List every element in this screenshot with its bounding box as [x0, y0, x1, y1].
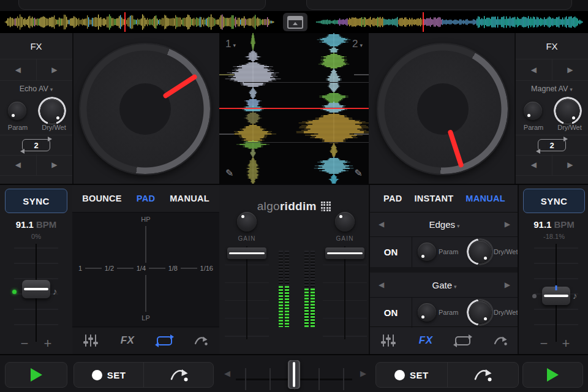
bounce-tool-button[interactable] [488, 331, 513, 350]
deck1-mode-tabs: BOUNCE PAD MANUAL [72, 185, 219, 213]
mixer-tool-button[interactable] [376, 331, 401, 350]
deck1-fx-next-button[interactable]: ▶ [37, 59, 73, 80]
beat-tick-label: 1/8 [168, 265, 178, 272]
deck1-censor-button[interactable] [143, 363, 213, 387]
deck2-loop-double-button[interactable]: ▶ [552, 154, 588, 175]
deck1-pitch-fader[interactable]: ♪ [0, 244, 72, 342]
loop-tool-button[interactable] [152, 331, 176, 350]
deck1-play-button[interactable] [5, 362, 67, 388]
deck1-pitch-handle[interactable] [22, 280, 50, 298]
channel2-volume-fader[interactable] [323, 246, 367, 339]
deck1-edit-grid-icon[interactable]: ✎ [225, 167, 233, 179]
slot1-drywet-knob[interactable] [469, 241, 491, 263]
slot1-next-button[interactable]: ▶ [505, 220, 510, 228]
deck2-title-tab [306, 0, 572, 10]
library-eject-icon [287, 16, 303, 29]
deck2-fx-param-knob[interactable] [524, 102, 542, 120]
deck1-cue-group: SET [74, 362, 214, 388]
deck1-fx-prev-button[interactable]: ◀ [0, 59, 37, 80]
slot2-effect-select[interactable]: Gate▾ [370, 280, 519, 290]
slot2-drywet-knob[interactable] [469, 301, 491, 323]
fx-tool-button[interactable]: FX [413, 331, 438, 350]
deck2-loop-button[interactable]: 2 [516, 135, 588, 156]
channel2-fader-handle[interactable] [325, 247, 364, 259]
deck2-pitch-percent: -18.1% [519, 233, 588, 240]
deck2-number-menu[interactable]: 2▾ [352, 38, 363, 50]
deck1-fx-drywet-knob[interactable] [40, 99, 64, 123]
mixer-tool-button[interactable] [78, 331, 103, 350]
tab-manual[interactable]: MANUAL [170, 194, 209, 203]
loop-tool-icon [157, 336, 172, 345]
loop-tool-button[interactable] [451, 331, 475, 350]
deck2-fx-title: FX [516, 34, 588, 59]
key-lock-note-icon[interactable]: ♪ [573, 290, 578, 301]
tab-pad-right[interactable]: PAD [383, 194, 402, 203]
bounce-tool-button[interactable] [189, 331, 213, 350]
fx-tool-button[interactable]: FX [115, 331, 140, 350]
loop-icon: 2 [538, 139, 566, 151]
beat-waveform-display[interactable]: 1▾ 2▾ ✎ ✎ [219, 33, 369, 184]
deck1-number-menu[interactable]: 1▾ [225, 38, 236, 50]
slot2-param-label: Param [439, 309, 458, 316]
channel1-gain-knob[interactable] [237, 212, 257, 232]
deck2-censor-button[interactable] [447, 363, 519, 387]
deck2-pitch-handle[interactable] [542, 287, 570, 305]
channel2-gain-knob[interactable] [335, 212, 355, 232]
deck1-fx-select[interactable]: Echo AV▾ [0, 85, 72, 93]
deck1-pitch-plus-button[interactable]: + [40, 336, 56, 352]
deck1-pitch-minus-button[interactable]: − [17, 336, 32, 352]
deck2-play-button[interactable] [522, 362, 583, 388]
slot1-effect-select[interactable]: Edges▾ [370, 219, 519, 230]
deck-area: FX ◀ ▶ Echo AV▾ Param Dry/Wet 2 ◀ ▶ [0, 33, 588, 184]
deck2-wheel-hub [417, 83, 469, 135]
deck2-edit-grid-icon[interactable]: ✎ [355, 167, 363, 179]
deck2-fx-select[interactable]: Magnet AV▾ [516, 85, 588, 93]
deck2-mode-tabs: PAD INSTANT MANUAL [370, 185, 519, 213]
deck1-set-cue-button[interactable]: SET [74, 363, 143, 387]
tab-manual-right[interactable]: MANUAL [466, 194, 505, 203]
deck1-fx-param-knob[interactable] [8, 102, 26, 120]
deck1-sync-button[interactable]: SYNC [5, 189, 67, 213]
deck2-fx-drywet-label: Dry/Wet [551, 124, 588, 131]
deck2-pitch-plus-button[interactable]: + [558, 336, 574, 352]
slot2-prev-button[interactable]: ◀ [379, 281, 384, 289]
slot1-param-knob[interactable] [418, 243, 436, 261]
deck1-overview-playhead [124, 12, 126, 32]
slot2-param-knob[interactable] [418, 303, 436, 322]
deck2-overview-waveform[interactable] [316, 13, 583, 31]
bounce-xy-pad[interactable]: HP 11/21/41/81/16 LP [72, 213, 219, 328]
deck1-overview-waveform[interactable] [5, 13, 274, 31]
beatgrid-line [244, 82, 369, 83]
slot1-on-button[interactable]: ON [370, 236, 412, 267]
deck2-fx-next-button[interactable]: ▶ [552, 59, 588, 80]
deck2-sync-button[interactable]: SYNC [523, 189, 585, 213]
deck1-loop-button[interactable]: 2 [0, 135, 72, 156]
deck2-jog-wheel[interactable] [377, 43, 509, 175]
slot2-next-button[interactable]: ▶ [505, 281, 510, 289]
deck2-fx-prev-button[interactable]: ◀ [516, 59, 552, 80]
deck2-set-cue-button[interactable]: SET [376, 363, 447, 387]
deck2-fx-drywet-knob[interactable] [556, 99, 579, 123]
deck1-loop-double-button[interactable]: ▶ [37, 154, 73, 175]
slot2-on-button[interactable]: ON [370, 297, 412, 328]
deck2-loop-halve-button[interactable]: ◀ [516, 154, 552, 175]
tab-pad[interactable]: PAD [137, 194, 155, 203]
deck1-jog-wheel[interactable] [79, 43, 211, 175]
channel1-volume-fader[interactable] [225, 246, 269, 339]
tab-bounce[interactable]: BOUNCE [82, 194, 122, 203]
tab-instant[interactable]: INSTANT [414, 194, 453, 203]
deck1-tool-row: FX [72, 326, 219, 354]
deck2-fx-panel: FX ◀ ▶ Magnet AV▾ Param Dry/Wet 2 ◀ ▶ [514, 33, 588, 184]
deck2-pitch-fader[interactable]: ♪ [519, 244, 588, 342]
deck2-pitch-minus-button[interactable]: − [536, 336, 552, 352]
crossfader-tick [343, 368, 344, 390]
deck1-loop-halve-button[interactable]: ◀ [0, 154, 37, 175]
library-eject-button[interactable] [283, 13, 307, 31]
crossfader-handle[interactable] [288, 360, 300, 389]
fx-tool-icon: FX [121, 334, 135, 347]
beat-tick [219, 74, 234, 75]
channel1-fader-handle[interactable] [227, 247, 266, 259]
slot1-prev-button[interactable]: ◀ [379, 220, 384, 228]
beat-tick-label: 1 [78, 265, 82, 272]
key-lock-note-icon[interactable]: ♪ [53, 286, 58, 296]
